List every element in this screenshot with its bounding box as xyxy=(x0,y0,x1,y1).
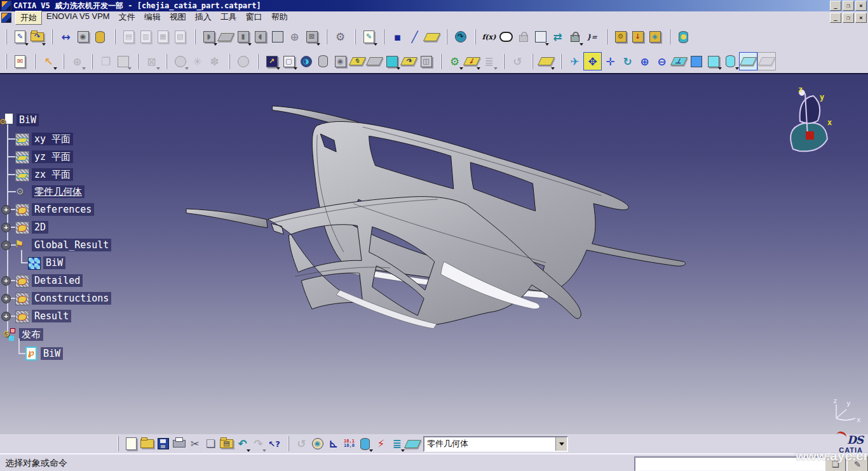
tree-expander-detailed[interactable]: + xyxy=(1,276,11,286)
disc-button[interactable]: ◉ xyxy=(332,53,349,70)
tree-label[interactable]: 发布 xyxy=(19,328,43,341)
menu-窗口[interactable]: 窗口 xyxy=(241,11,267,25)
multi-section-surface-button[interactable] xyxy=(383,53,400,70)
print-document-button[interactable] xyxy=(171,436,187,452)
enovia-open-button[interactable]: ▤ xyxy=(120,29,137,46)
open-document-button[interactable] xyxy=(139,436,155,452)
axis-system-button[interactable]: ⊾ xyxy=(325,436,341,452)
tree-node-zx-平面[interactable]: zx 平面 xyxy=(15,167,73,182)
tree-node-biw[interactable]: BiW xyxy=(28,255,65,270)
powercopy-save-button[interactable]: ↓ xyxy=(629,29,646,46)
update-all-button[interactable]: ⚡ xyxy=(373,436,389,452)
select-arrow-button[interactable]: ↖ xyxy=(40,53,57,70)
data-io-toolbar-grip[interactable] xyxy=(6,54,7,69)
swap-visible-space-button[interactable] xyxy=(757,52,776,70)
draft-analysis-button[interactable]: ↓ xyxy=(463,53,480,70)
measure-item-button[interactable]: ◉ xyxy=(74,29,92,46)
tree-expander-constructions[interactable]: + xyxy=(1,294,11,303)
userfeature-button[interactable]: ◈ xyxy=(646,29,663,46)
sphere-tool-button[interactable] xyxy=(172,53,189,70)
tree-label[interactable]: Global_Result xyxy=(32,239,111,251)
settings-gear-button[interactable]: ⚙ xyxy=(332,29,349,46)
tree-label[interactable]: 零件几何体 xyxy=(32,185,85,198)
menu-enovia-v5-vpm[interactable]: ENOVIA V5 VPM xyxy=(42,11,114,25)
enovia-sync-button[interactable]: ▦ xyxy=(154,29,172,46)
comment-button[interactable] xyxy=(498,29,515,46)
tree-label[interactable]: BiW xyxy=(43,256,65,269)
bounding-box-dropdown-arrow[interactable] xyxy=(316,43,320,46)
zoom-out-button[interactable]: ⊖ xyxy=(653,53,670,70)
tree-expander-references[interactable]: + xyxy=(1,205,11,215)
standard-toolbar-grip[interactable] xyxy=(118,436,119,451)
undo-button[interactable]: ↶ xyxy=(234,436,250,452)
enovia-save-button[interactable]: ▥ xyxy=(137,29,154,46)
instantiate-from-document-button[interactable]: ● xyxy=(675,29,692,46)
menu-视图[interactable]: 视图 xyxy=(165,11,191,25)
join-surfaces-button[interactable] xyxy=(538,53,555,70)
grid-button[interactable] xyxy=(114,53,132,70)
menu-工具[interactable]: 工具 xyxy=(216,11,241,25)
measure-inertia-button[interactable] xyxy=(92,29,109,46)
surfaces-create-toolbar-grip[interactable] xyxy=(257,54,259,69)
normal-view-button[interactable]: ⊥ xyxy=(670,53,688,70)
combo-dropdown-button[interactable] xyxy=(555,437,567,451)
equivalent-dimensions-button[interactable]: }= xyxy=(583,29,600,46)
mdi-minimize-button[interactable]: _ xyxy=(830,13,841,23)
fill-button[interactable] xyxy=(366,53,383,70)
new-document-button[interactable] xyxy=(123,436,139,452)
menu-帮助[interactable]: 帮助 xyxy=(267,11,292,25)
import-export-button[interactable]: ✉ xyxy=(11,53,29,70)
catalog-tree-dropdown-arrow[interactable] xyxy=(494,67,498,70)
tree-label[interactable]: Detailed xyxy=(32,274,83,287)
parent-children-button[interactable]: ↺ xyxy=(509,53,526,70)
snap-toolbar-grip[interactable] xyxy=(63,54,64,69)
tree-label[interactable]: BiW xyxy=(17,114,39,126)
bounding-box-button[interactable]: ⊠ xyxy=(303,29,320,46)
join-surfaces-dropdown-arrow[interactable] xyxy=(551,67,555,70)
zoom-in-button[interactable]: ⊕ xyxy=(636,53,653,70)
manipulation-button[interactable]: ◉ xyxy=(309,436,325,452)
tree-label[interactable]: xy 平面 xyxy=(32,133,73,145)
tree-node-constructions[interactable]: Constructions xyxy=(15,291,111,306)
sketch-button[interactable]: ✎ xyxy=(360,29,377,46)
tree-node-零件几何体[interactable]: 零件几何体 xyxy=(15,184,85,199)
tree-node-yz-平面[interactable]: yz 平面 xyxy=(15,149,73,164)
hole-button[interactable]: ⊕ xyxy=(286,29,303,46)
insert-body-button[interactable] xyxy=(357,436,373,452)
sketch-dropdown-arrow[interactable] xyxy=(374,43,377,46)
save-document-button[interactable] xyxy=(155,436,171,452)
tree-node-biw[interactable]: BiW xyxy=(0,112,39,128)
tree-node-detailed[interactable]: Detailed xyxy=(15,273,83,288)
tree-label[interactable]: BiW xyxy=(41,347,63,360)
document-icon[interactable] xyxy=(1,13,11,23)
tree-node-xy-平面[interactable]: xy 平面 xyxy=(15,131,73,147)
instantiate-toolbar-grip[interactable] xyxy=(669,29,670,44)
knowledge-toolbar-grip[interactable] xyxy=(475,29,476,44)
multi-pad-button[interactable] xyxy=(269,29,286,46)
options-toolbar-grip[interactable] xyxy=(326,29,327,44)
specification-list-button[interactable]: ≣ xyxy=(389,436,405,452)
sketcher-toolbar-grip[interactable] xyxy=(355,29,356,44)
enovia-publish-button[interactable]: ▧ xyxy=(172,29,189,46)
half-cylinder-button[interactable]: ◗ xyxy=(200,29,217,46)
menu-插入[interactable]: 插入 xyxy=(191,11,216,25)
standard-io-toolbar-grip[interactable] xyxy=(6,29,7,44)
cut-button[interactable]: ✂ xyxy=(187,436,203,452)
line-button[interactable]: ╱ xyxy=(406,29,423,46)
snap-coordinates-button[interactable]: 10,110,0 xyxy=(341,436,357,452)
open-notebook-button[interactable]: ✎ xyxy=(11,29,29,46)
catalog-toolbar-grip[interactable] xyxy=(446,29,447,44)
history-toolbar-grip[interactable] xyxy=(503,54,505,69)
snap-to-point-dropdown-arrow[interactable] xyxy=(82,67,86,70)
quick-constraint-dropdown-arrow[interactable] xyxy=(156,67,160,70)
tree-label[interactable]: Constructions xyxy=(32,292,111,305)
tree-expander-2d[interactable]: + xyxy=(1,223,11,232)
menu-文件[interactable]: 文件 xyxy=(114,11,140,25)
lock-button[interactable] xyxy=(566,29,583,46)
redo-button[interactable]: ↷ xyxy=(250,436,266,452)
in-work-object-combo[interactable]: 零件几何体 xyxy=(423,436,568,452)
generative-tools-button[interactable]: ⚙ xyxy=(446,53,463,70)
tools-toolbar-grip[interactable] xyxy=(288,436,289,451)
tree-expander-result[interactable]: + xyxy=(1,312,11,321)
tree-label[interactable]: yz 平面 xyxy=(32,150,73,163)
